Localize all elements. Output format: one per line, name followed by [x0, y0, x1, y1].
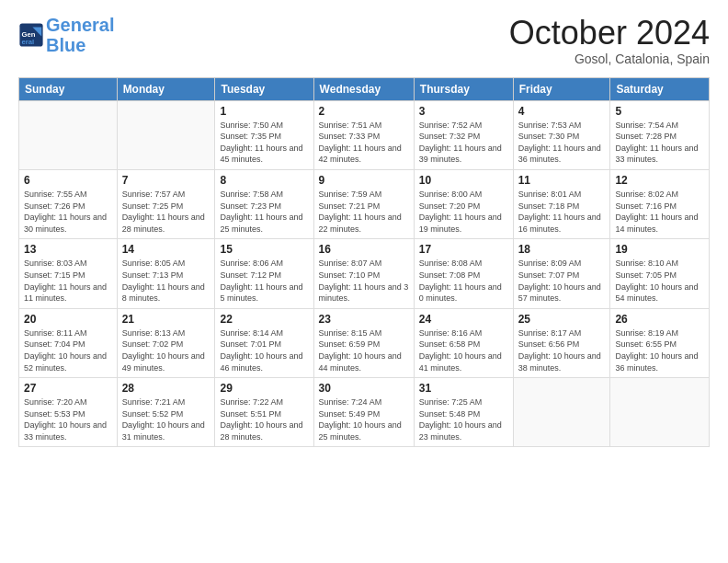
day-info: Sunrise: 8:15 AM Sunset: 6:59 PM Dayligh… — [319, 327, 409, 373]
day-info: Sunrise: 7:22 AM Sunset: 5:51 PM Dayligh… — [220, 396, 308, 442]
weekday-header-sunday: Sunday — [19, 77, 118, 100]
day-number: 23 — [319, 313, 409, 326]
day-info: Sunrise: 8:08 AM Sunset: 7:08 PM Dayligh… — [419, 258, 508, 304]
weekday-header-row: SundayMondayTuesdayWednesdayThursdayFrid… — [19, 77, 710, 100]
day-info: Sunrise: 7:59 AM Sunset: 7:21 PM Dayligh… — [319, 189, 409, 235]
calendar-cell: 24Sunrise: 8:16 AM Sunset: 6:58 PM Dayli… — [414, 308, 513, 377]
day-number: 4 — [518, 105, 606, 118]
calendar-week-3: 13Sunrise: 8:03 AM Sunset: 7:15 PM Dayli… — [19, 239, 710, 308]
day-info: Sunrise: 8:05 AM Sunset: 7:13 PM Dayligh… — [122, 258, 210, 304]
day-number: 10 — [419, 174, 508, 187]
day-info: Sunrise: 8:19 AM Sunset: 6:55 PM Dayligh… — [615, 327, 704, 373]
calendar-cell: 6Sunrise: 7:55 AM Sunset: 7:26 PM Daylig… — [19, 169, 118, 238]
day-number: 14 — [122, 243, 210, 256]
calendar-cell: 13Sunrise: 8:03 AM Sunset: 7:15 PM Dayli… — [19, 239, 118, 308]
day-number: 21 — [122, 313, 210, 326]
day-number: 13 — [24, 243, 112, 256]
calendar-week-2: 6Sunrise: 7:55 AM Sunset: 7:26 PM Daylig… — [19, 169, 710, 238]
weekday-header-wednesday: Wednesday — [313, 77, 414, 100]
calendar-cell: 26Sunrise: 8:19 AM Sunset: 6:55 PM Dayli… — [610, 308, 710, 377]
calendar-cell: 12Sunrise: 8:02 AM Sunset: 7:16 PM Dayli… — [610, 169, 710, 238]
weekday-header-saturday: Saturday — [610, 77, 710, 100]
day-info: Sunrise: 8:02 AM Sunset: 7:16 PM Dayligh… — [615, 189, 704, 235]
day-number: 25 — [518, 313, 606, 326]
calendar-cell: 19Sunrise: 8:10 AM Sunset: 7:05 PM Dayli… — [610, 239, 710, 308]
day-info: Sunrise: 7:52 AM Sunset: 7:32 PM Dayligh… — [419, 120, 508, 166]
day-info: Sunrise: 8:03 AM Sunset: 7:15 PM Dayligh… — [24, 258, 112, 304]
calendar-week-4: 20Sunrise: 8:11 AM Sunset: 7:04 PM Dayli… — [19, 308, 710, 377]
day-info: Sunrise: 7:51 AM Sunset: 7:33 PM Dayligh… — [319, 120, 409, 166]
weekday-header-thursday: Thursday — [414, 77, 513, 100]
calendar-cell: 28Sunrise: 7:21 AM Sunset: 5:52 PM Dayli… — [117, 378, 215, 447]
day-number: 30 — [319, 382, 409, 395]
day-info: Sunrise: 7:53 AM Sunset: 7:30 PM Dayligh… — [518, 120, 606, 166]
calendar-cell: 4Sunrise: 7:53 AM Sunset: 7:30 PM Daylig… — [513, 100, 610, 169]
month-title: October 2024 — [509, 15, 710, 52]
calendar-cell: 30Sunrise: 7:24 AM Sunset: 5:49 PM Dayli… — [313, 378, 414, 447]
day-info: Sunrise: 7:50 AM Sunset: 7:35 PM Dayligh… — [220, 120, 308, 166]
calendar-cell — [117, 100, 215, 169]
calendar-cell — [513, 378, 610, 447]
day-number: 26 — [615, 313, 704, 326]
day-info: Sunrise: 7:54 AM Sunset: 7:28 PM Dayligh… — [615, 120, 704, 166]
day-number: 31 — [419, 382, 508, 395]
calendar-table: SundayMondayTuesdayWednesdayThursdayFrid… — [18, 77, 710, 448]
calendar-cell: 21Sunrise: 8:13 AM Sunset: 7:02 PM Dayli… — [117, 308, 215, 377]
day-number: 20 — [24, 313, 112, 326]
logo-icon: Gen eral — [18, 22, 44, 48]
calendar-week-5: 27Sunrise: 7:20 AM Sunset: 5:53 PM Dayli… — [19, 378, 710, 447]
day-info: Sunrise: 8:17 AM Sunset: 6:56 PM Dayligh… — [518, 327, 606, 373]
day-info: Sunrise: 7:55 AM Sunset: 7:26 PM Dayligh… — [24, 189, 112, 235]
calendar-cell: 7Sunrise: 7:57 AM Sunset: 7:25 PM Daylig… — [117, 169, 215, 238]
day-info: Sunrise: 7:20 AM Sunset: 5:53 PM Dayligh… — [24, 396, 112, 442]
header: Gen eral General Blue October 2024 Gosol… — [18, 15, 710, 66]
day-number: 15 — [220, 243, 308, 256]
day-number: 5 — [615, 105, 704, 118]
day-info: Sunrise: 8:01 AM Sunset: 7:18 PM Dayligh… — [518, 189, 606, 235]
day-number: 6 — [24, 174, 112, 187]
calendar-cell: 20Sunrise: 8:11 AM Sunset: 7:04 PM Dayli… — [19, 308, 118, 377]
logo: Gen eral General Blue — [18, 15, 114, 55]
logo-line2: Blue — [46, 35, 85, 55]
calendar-cell: 25Sunrise: 8:17 AM Sunset: 6:56 PM Dayli… — [513, 308, 610, 377]
day-info: Sunrise: 7:25 AM Sunset: 5:48 PM Dayligh… — [419, 396, 508, 442]
calendar-cell — [610, 378, 710, 447]
calendar-cell: 9Sunrise: 7:59 AM Sunset: 7:21 PM Daylig… — [313, 169, 414, 238]
day-number: 29 — [220, 382, 308, 395]
day-number: 17 — [419, 243, 508, 256]
day-number: 12 — [615, 174, 704, 187]
weekday-header-tuesday: Tuesday — [215, 77, 313, 100]
title-block: October 2024 Gosol, Catalonia, Spain — [509, 15, 710, 66]
day-number: 1 — [220, 105, 308, 118]
calendar-cell: 5Sunrise: 7:54 AM Sunset: 7:28 PM Daylig… — [610, 100, 710, 169]
day-number: 19 — [615, 243, 704, 256]
weekday-header-friday: Friday — [513, 77, 610, 100]
day-info: Sunrise: 8:13 AM Sunset: 7:02 PM Dayligh… — [122, 327, 210, 373]
day-info: Sunrise: 8:16 AM Sunset: 6:58 PM Dayligh… — [419, 327, 508, 373]
day-info: Sunrise: 8:07 AM Sunset: 7:10 PM Dayligh… — [319, 258, 409, 304]
calendar-cell: 10Sunrise: 8:00 AM Sunset: 7:20 PM Dayli… — [414, 169, 513, 238]
day-info: Sunrise: 7:21 AM Sunset: 5:52 PM Dayligh… — [122, 396, 210, 442]
calendar-page: Gen eral General Blue October 2024 Gosol… — [0, 0, 728, 563]
day-info: Sunrise: 7:58 AM Sunset: 7:23 PM Dayligh… — [220, 189, 308, 235]
calendar-cell: 1Sunrise: 7:50 AM Sunset: 7:35 PM Daylig… — [215, 100, 313, 169]
calendar-cell — [19, 100, 118, 169]
calendar-cell: 27Sunrise: 7:20 AM Sunset: 5:53 PM Dayli… — [19, 378, 118, 447]
calendar-cell: 16Sunrise: 8:07 AM Sunset: 7:10 PM Dayli… — [313, 239, 414, 308]
svg-text:eral: eral — [22, 38, 35, 46]
calendar-cell: 8Sunrise: 7:58 AM Sunset: 7:23 PM Daylig… — [215, 169, 313, 238]
calendar-cell: 15Sunrise: 8:06 AM Sunset: 7:12 PM Dayli… — [215, 239, 313, 308]
calendar-cell: 31Sunrise: 7:25 AM Sunset: 5:48 PM Dayli… — [414, 378, 513, 447]
day-info: Sunrise: 8:09 AM Sunset: 7:07 PM Dayligh… — [518, 258, 606, 304]
logo-text: General Blue — [46, 15, 114, 55]
calendar-cell: 23Sunrise: 8:15 AM Sunset: 6:59 PM Dayli… — [313, 308, 414, 377]
day-info: Sunrise: 7:57 AM Sunset: 7:25 PM Dayligh… — [122, 189, 210, 235]
day-info: Sunrise: 8:06 AM Sunset: 7:12 PM Dayligh… — [220, 258, 308, 304]
day-info: Sunrise: 8:11 AM Sunset: 7:04 PM Dayligh… — [24, 327, 112, 373]
day-number: 18 — [518, 243, 606, 256]
day-number: 9 — [319, 174, 409, 187]
day-number: 11 — [518, 174, 606, 187]
calendar-cell: 18Sunrise: 8:09 AM Sunset: 7:07 PM Dayli… — [513, 239, 610, 308]
calendar-week-1: 1Sunrise: 7:50 AM Sunset: 7:35 PM Daylig… — [19, 100, 710, 169]
day-number: 22 — [220, 313, 308, 326]
